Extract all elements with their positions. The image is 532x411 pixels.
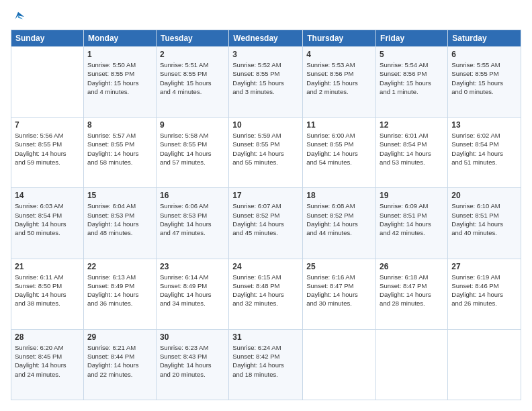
- day-number: 19: [380, 191, 444, 200]
- day-number: 28: [15, 332, 80, 342]
- day-cell: 22Sunrise: 6:13 AM Sunset: 8:49 PM Dayli…: [83, 259, 156, 329]
- day-cell: 7Sunrise: 5:56 AM Sunset: 8:55 PM Daylig…: [11, 118, 84, 188]
- weekday-header-monday: Monday: [83, 30, 156, 47]
- day-info: Sunrise: 5:51 AM Sunset: 8:55 PM Dayligh…: [160, 60, 225, 96]
- day-number: 31: [232, 332, 299, 342]
- weekday-header-friday: Friday: [376, 30, 448, 47]
- week-row-2: 7Sunrise: 5:56 AM Sunset: 8:55 PM Daylig…: [11, 118, 521, 188]
- day-info: Sunrise: 6:11 AM Sunset: 8:50 PM Dayligh…: [15, 273, 80, 308]
- day-number: 25: [306, 262, 372, 271]
- week-row-5: 28Sunrise: 6:20 AM Sunset: 8:45 PM Dayli…: [11, 329, 521, 400]
- day-info: Sunrise: 6:06 AM Sunset: 8:53 PM Dayligh…: [160, 201, 225, 237]
- day-cell: 8Sunrise: 5:57 AM Sunset: 8:55 PM Daylig…: [83, 118, 156, 188]
- day-number: 5: [380, 50, 444, 59]
- day-info: Sunrise: 6:02 AM Sunset: 8:54 PM Dayligh…: [451, 131, 517, 167]
- day-cell: 24Sunrise: 6:15 AM Sunset: 8:48 PM Dayli…: [229, 259, 303, 329]
- day-number: 9: [160, 120, 225, 130]
- day-number: 14: [15, 191, 80, 200]
- day-cell: 1Sunrise: 5:50 AM Sunset: 8:55 PM Daylig…: [83, 47, 156, 118]
- header: [11, 11, 521, 23]
- day-cell: [376, 329, 448, 400]
- day-number: 2: [160, 50, 225, 59]
- day-cell: [448, 329, 521, 400]
- day-cell: 16Sunrise: 6:06 AM Sunset: 8:53 PM Dayli…: [156, 188, 228, 259]
- day-number: 22: [87, 262, 152, 271]
- day-number: 17: [232, 191, 299, 200]
- page: SundayMondayTuesdayWednesdayThursdayFrid…: [0, 0, 532, 411]
- day-cell: 30Sunrise: 6:23 AM Sunset: 8:43 PM Dayli…: [156, 329, 228, 400]
- day-cell: 6Sunrise: 5:55 AM Sunset: 8:55 PM Daylig…: [448, 47, 521, 118]
- day-cell: 27Sunrise: 6:19 AM Sunset: 8:46 PM Dayli…: [448, 259, 521, 329]
- day-number: 13: [451, 120, 517, 130]
- day-cell: 26Sunrise: 6:18 AM Sunset: 8:47 PM Dayli…: [376, 259, 448, 329]
- day-info: Sunrise: 5:54 AM Sunset: 8:56 PM Dayligh…: [380, 60, 444, 96]
- day-cell: 15Sunrise: 6:04 AM Sunset: 8:53 PM Dayli…: [83, 188, 156, 259]
- day-cell: 31Sunrise: 6:24 AM Sunset: 8:42 PM Dayli…: [229, 329, 303, 400]
- day-info: Sunrise: 5:50 AM Sunset: 8:55 PM Dayligh…: [87, 60, 152, 96]
- day-info: Sunrise: 6:21 AM Sunset: 8:44 PM Dayligh…: [87, 343, 152, 379]
- day-info: Sunrise: 6:09 AM Sunset: 8:51 PM Dayligh…: [380, 201, 444, 237]
- day-number: 11: [306, 120, 372, 130]
- day-info: Sunrise: 6:04 AM Sunset: 8:53 PM Dayligh…: [87, 201, 152, 237]
- day-number: 23: [160, 262, 225, 271]
- day-number: 4: [306, 50, 372, 59]
- day-number: 1: [87, 50, 152, 59]
- day-info: Sunrise: 6:07 AM Sunset: 8:52 PM Dayligh…: [232, 201, 299, 237]
- day-cell: 28Sunrise: 6:20 AM Sunset: 8:45 PM Dayli…: [11, 329, 84, 400]
- day-cell: 12Sunrise: 6:01 AM Sunset: 8:54 PM Dayli…: [376, 118, 448, 188]
- day-info: Sunrise: 5:58 AM Sunset: 8:55 PM Dayligh…: [160, 131, 225, 167]
- week-row-4: 21Sunrise: 6:11 AM Sunset: 8:50 PM Dayli…: [11, 259, 521, 329]
- day-info: Sunrise: 5:56 AM Sunset: 8:55 PM Dayligh…: [15, 131, 80, 167]
- day-info: Sunrise: 5:57 AM Sunset: 8:55 PM Dayligh…: [87, 131, 152, 167]
- day-info: Sunrise: 6:24 AM Sunset: 8:42 PM Dayligh…: [232, 343, 299, 379]
- day-cell: 23Sunrise: 6:14 AM Sunset: 8:49 PM Dayli…: [156, 259, 228, 329]
- weekday-header-wednesday: Wednesday: [229, 30, 303, 47]
- weekday-header-sunday: Sunday: [11, 30, 84, 47]
- day-info: Sunrise: 5:53 AM Sunset: 8:56 PM Dayligh…: [306, 60, 372, 96]
- day-info: Sunrise: 5:59 AM Sunset: 8:55 PM Dayligh…: [232, 131, 299, 167]
- day-info: Sunrise: 6:23 AM Sunset: 8:43 PM Dayligh…: [160, 343, 225, 379]
- day-number: 30: [160, 332, 225, 342]
- day-number: 16: [160, 191, 225, 200]
- day-cell: 20Sunrise: 6:10 AM Sunset: 8:51 PM Dayli…: [448, 188, 521, 259]
- day-info: Sunrise: 6:13 AM Sunset: 8:49 PM Dayligh…: [87, 273, 152, 308]
- day-cell: [303, 329, 376, 400]
- weekday-header-tuesday: Tuesday: [156, 30, 228, 47]
- day-number: 8: [87, 120, 152, 130]
- day-number: 15: [87, 191, 152, 200]
- weekday-header-saturday: Saturday: [448, 30, 521, 47]
- day-number: 18: [306, 191, 372, 200]
- day-number: 27: [451, 262, 517, 271]
- day-number: 12: [380, 120, 444, 130]
- day-info: Sunrise: 5:55 AM Sunset: 8:55 PM Dayligh…: [451, 60, 517, 96]
- calendar-table: SundayMondayTuesdayWednesdayThursdayFrid…: [11, 30, 521, 400]
- day-cell: 19Sunrise: 6:09 AM Sunset: 8:51 PM Dayli…: [376, 188, 448, 259]
- day-cell: 5Sunrise: 5:54 AM Sunset: 8:56 PM Daylig…: [376, 47, 448, 118]
- day-cell: 4Sunrise: 5:53 AM Sunset: 8:56 PM Daylig…: [303, 47, 376, 118]
- day-info: Sunrise: 6:01 AM Sunset: 8:54 PM Dayligh…: [380, 131, 444, 167]
- day-number: 7: [15, 120, 80, 130]
- day-info: Sunrise: 6:15 AM Sunset: 8:48 PM Dayligh…: [232, 273, 299, 308]
- day-info: Sunrise: 6:20 AM Sunset: 8:45 PM Dayligh…: [15, 343, 80, 379]
- day-cell: 14Sunrise: 6:03 AM Sunset: 8:54 PM Dayli…: [11, 188, 84, 259]
- day-cell: 17Sunrise: 6:07 AM Sunset: 8:52 PM Dayli…: [229, 188, 303, 259]
- day-cell: 3Sunrise: 5:52 AM Sunset: 8:55 PM Daylig…: [229, 47, 303, 118]
- day-info: Sunrise: 6:16 AM Sunset: 8:47 PM Dayligh…: [306, 273, 372, 308]
- week-row-3: 14Sunrise: 6:03 AM Sunset: 8:54 PM Dayli…: [11, 188, 521, 259]
- day-cell: 2Sunrise: 5:51 AM Sunset: 8:55 PM Daylig…: [156, 47, 228, 118]
- weekday-header-thursday: Thursday: [303, 30, 376, 47]
- day-number: 21: [15, 262, 80, 271]
- day-info: Sunrise: 6:19 AM Sunset: 8:46 PM Dayligh…: [451, 273, 517, 308]
- day-info: Sunrise: 6:08 AM Sunset: 8:52 PM Dayligh…: [306, 201, 372, 237]
- day-cell: 11Sunrise: 6:00 AM Sunset: 8:55 PM Dayli…: [303, 118, 376, 188]
- day-info: Sunrise: 6:18 AM Sunset: 8:47 PM Dayligh…: [380, 273, 444, 308]
- day-number: 26: [380, 262, 444, 271]
- week-row-1: 1Sunrise: 5:50 AM Sunset: 8:55 PM Daylig…: [11, 47, 521, 118]
- day-cell: 9Sunrise: 5:58 AM Sunset: 8:55 PM Daylig…: [156, 118, 228, 188]
- day-cell: 18Sunrise: 6:08 AM Sunset: 8:52 PM Dayli…: [303, 188, 376, 259]
- weekday-header-row: SundayMondayTuesdayWednesdayThursdayFrid…: [11, 30, 521, 47]
- day-info: Sunrise: 6:00 AM Sunset: 8:55 PM Dayligh…: [306, 131, 372, 167]
- day-number: 6: [451, 50, 517, 59]
- day-cell: 13Sunrise: 6:02 AM Sunset: 8:54 PM Dayli…: [448, 118, 521, 188]
- day-number: 29: [87, 332, 152, 342]
